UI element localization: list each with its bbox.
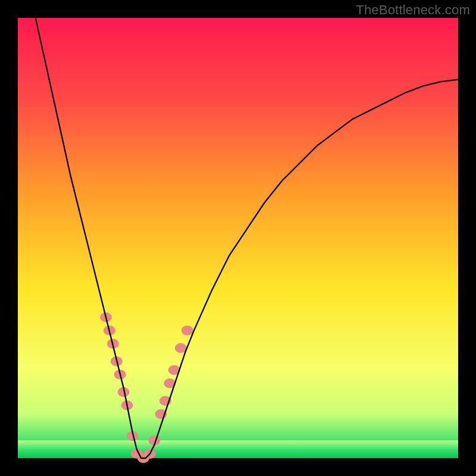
bottleneck-curve-path — [36, 18, 458, 458]
marker-group — [100, 312, 193, 463]
chart-frame: TheBottleneck.com — [0, 0, 476, 476]
highlight-dot — [181, 325, 193, 335]
watermark-text: TheBottleneck.com — [356, 2, 470, 18]
curve-layer — [18, 18, 458, 458]
